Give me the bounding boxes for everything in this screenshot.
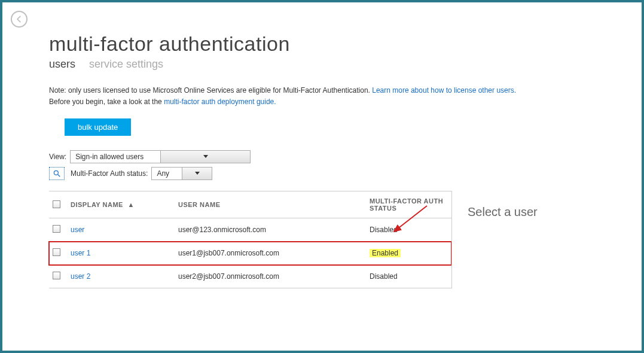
view-select-value: Sign-in allowed users — [71, 153, 160, 161]
tab-service-settings[interactable]: service settings — [89, 58, 163, 70]
row-mfa-status: Enabled — [366, 242, 451, 265]
column-display-name-label: DISPLAY NAME — [71, 201, 123, 208]
eligibility-note: Note: only users licensed to use Microso… — [49, 85, 631, 108]
tabs: users service settings — [49, 58, 631, 71]
checkbox-icon — [53, 200, 60, 208]
note-line1-text: Note: only users licensed to use Microso… — [49, 86, 372, 95]
arrow-left-icon — [15, 15, 23, 23]
user-link[interactable]: user — [71, 226, 84, 234]
row-checkbox[interactable] — [49, 265, 67, 288]
table-row[interactable]: user 2user2@jsb007.onmicrosoft.comDisabl… — [49, 265, 451, 288]
row-mfa-status: Disabled — [366, 218, 451, 242]
table-row[interactable]: useruser@123.onmicrosoft.comDisabled — [49, 218, 451, 242]
mfa-status-select[interactable]: Any — [151, 167, 212, 180]
row-user-name: user2@jsb007.onmicrosoft.com — [175, 265, 366, 288]
user-link[interactable]: user 1 — [71, 249, 90, 257]
status-badge: Enabled — [370, 249, 401, 257]
row-display-name: user — [67, 218, 175, 242]
row-checkbox[interactable] — [49, 242, 67, 265]
row-user-name: user1@jsb007.onmicrosoft.com — [175, 242, 366, 265]
select-all-header[interactable] — [49, 191, 67, 218]
tab-users[interactable]: users — [49, 58, 75, 70]
side-panel-title: Select a user — [468, 205, 631, 219]
side-panel: Select a user — [451, 191, 631, 288]
mfa-status-arrow — [182, 168, 212, 179]
note-line2-text: Before you begin, take a look at the — [49, 98, 164, 106]
back-button[interactable] — [11, 11, 28, 28]
mfa-status-value: Any — [152, 169, 182, 178]
checkbox-icon[interactable] — [53, 225, 60, 233]
chevron-down-icon — [195, 172, 200, 175]
svg-line-1 — [58, 175, 60, 177]
view-select[interactable]: Sign-in allowed users — [70, 150, 251, 163]
row-checkbox[interactable] — [49, 218, 67, 242]
bulk-update-button[interactable]: bulk update — [65, 118, 131, 136]
column-display-name[interactable]: DISPLAY NAME ▲ — [67, 191, 175, 218]
checkbox-icon[interactable] — [53, 248, 60, 256]
user-link[interactable]: user 2 — [71, 272, 90, 281]
column-mfa-status[interactable]: MULTI-FACTOR AUTH STATUS — [366, 191, 451, 218]
row-mfa-status: Disabled — [366, 265, 451, 288]
chevron-down-icon — [203, 155, 208, 159]
row-user-name: user@123.onmicrosoft.com — [175, 218, 366, 242]
deployment-guide-link[interactable]: multi-factor auth deployment guide. — [164, 98, 276, 106]
row-display-name: user 2 — [67, 265, 175, 288]
row-display-name: user 1 — [67, 242, 175, 265]
search-button[interactable] — [49, 167, 65, 180]
table-row[interactable]: user 1user1@jsb007.onmicrosoft.comEnable… — [49, 242, 451, 265]
license-users-link[interactable]: Learn more about how to license other us… — [372, 86, 516, 95]
users-table: DISPLAY NAME ▲ USER NAME MULTI-FACTOR AU… — [49, 191, 451, 288]
sort-asc-icon: ▲ — [127, 201, 134, 208]
search-icon — [53, 169, 61, 178]
view-select-arrow — [160, 151, 250, 163]
svg-point-0 — [54, 171, 58, 175]
page-title: multi-factor authentication — [49, 32, 631, 56]
mfa-status-label: Multi-Factor Auth status: — [71, 169, 148, 178]
checkbox-icon[interactable] — [53, 272, 60, 279]
column-user-name[interactable]: USER NAME — [175, 191, 366, 218]
view-label: View: — [49, 153, 66, 161]
